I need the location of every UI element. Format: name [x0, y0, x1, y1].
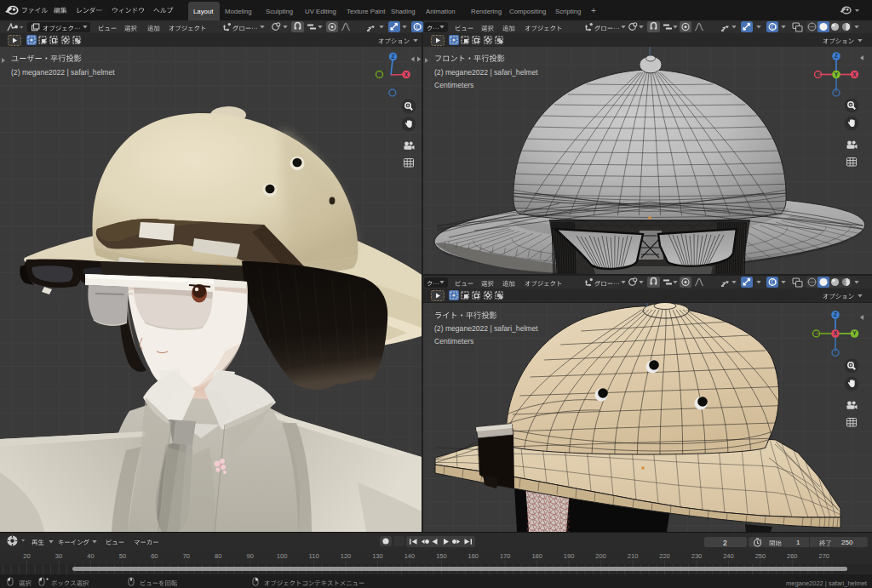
- svg-text:Y: Y: [852, 330, 857, 336]
- svg-text:40: 40: [87, 552, 94, 560]
- svg-text:30: 30: [55, 552, 62, 560]
- svg-text:Y: Y: [835, 71, 839, 77]
- svg-text:230: 230: [691, 552, 703, 560]
- svg-text:170: 170: [500, 552, 511, 560]
- svg-text:100: 100: [277, 552, 288, 560]
- svg-text:X: X: [852, 71, 857, 77]
- svg-text:130: 130: [372, 552, 383, 560]
- svg-text:Z: Z: [835, 53, 838, 59]
- svg-text:20: 20: [23, 552, 30, 560]
- svg-text:90: 90: [247, 552, 254, 560]
- svg-text:Z: Z: [392, 54, 395, 60]
- svg-text:240: 240: [723, 552, 734, 560]
- svg-text:210: 210: [628, 552, 639, 560]
- svg-text:160: 160: [468, 552, 479, 560]
- svg-text:Z: Z: [834, 311, 837, 317]
- svg-text:220: 220: [659, 552, 670, 560]
- svg-text:260: 260: [787, 552, 798, 560]
- svg-text:150: 150: [436, 552, 447, 560]
- svg-text:70: 70: [183, 552, 190, 560]
- svg-text:120: 120: [341, 552, 352, 560]
- svg-text:X: X: [404, 71, 409, 77]
- svg-text:190: 190: [564, 552, 575, 560]
- svg-text:250: 250: [755, 552, 766, 560]
- svg-text:180: 180: [531, 552, 542, 560]
- svg-text:80: 80: [215, 552, 221, 560]
- svg-text:50: 50: [119, 552, 126, 560]
- svg-text:140: 140: [404, 552, 416, 560]
- svg-text:X: X: [834, 330, 838, 336]
- svg-text:200: 200: [595, 552, 606, 560]
- svg-text:270: 270: [819, 552, 830, 560]
- svg-text:110: 110: [309, 552, 319, 560]
- svg-text:60: 60: [151, 552, 158, 560]
